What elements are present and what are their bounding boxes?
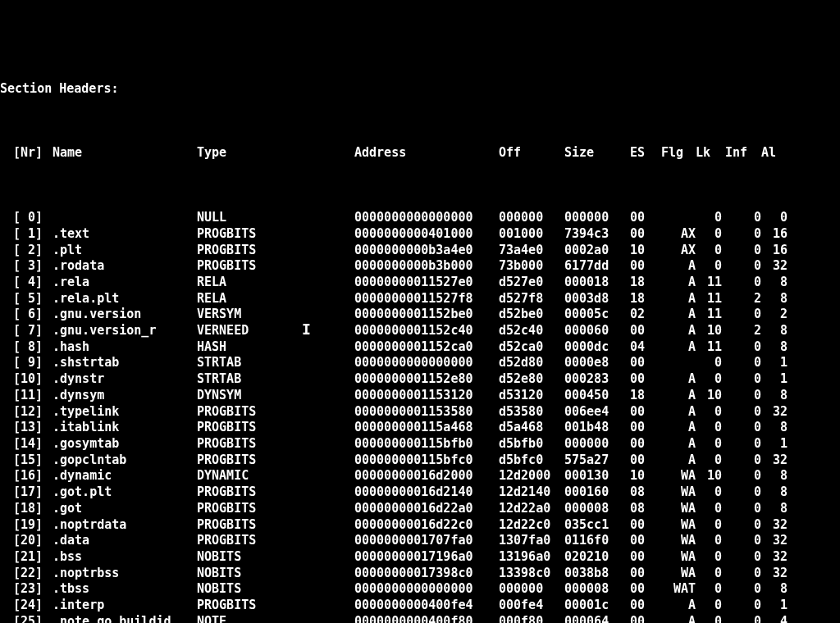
- cell-off: 000f80: [499, 614, 564, 623]
- cell-size: 00001c: [564, 598, 630, 614]
- cell-type: NOBITS: [197, 549, 354, 566]
- cell-name: .data: [52, 533, 197, 549]
- cell-lk: 0: [696, 581, 722, 598]
- cell-off: 12d2000: [499, 468, 564, 484]
- cell-size: 006ee4: [564, 404, 630, 421]
- cell-type: PROGBITS: [197, 226, 354, 243]
- cell-lk: 0: [696, 598, 722, 614]
- cell-size: 0003d8: [564, 291, 630, 307]
- cell-flg: WA: [656, 533, 696, 549]
- col-flg: Flg: [656, 145, 696, 161]
- cell-flg: A: [656, 420, 696, 436]
- cell-addr: 0000000001153580: [354, 404, 499, 421]
- cell-name: .plt: [52, 243, 197, 259]
- cell-es: 08: [630, 484, 656, 501]
- cell-inf: 0: [722, 598, 761, 614]
- cell-addr: 0000000000b3b000: [354, 258, 499, 275]
- cell-size: 0116f0: [564, 533, 630, 549]
- cell-name: .hash: [52, 339, 197, 356]
- col-type: Type: [197, 145, 354, 161]
- cell-lk: 11: [696, 339, 722, 356]
- cell-type: PROGBITS: [197, 484, 354, 501]
- cell-addr: 0000000000400f80: [354, 614, 499, 623]
- table-row: [10].dynstrSTRTAB0000000001152e80d52e800…: [0, 371, 840, 388]
- cell-size: 0000dc: [564, 339, 630, 356]
- table-row: [ 0]NULL00000000000000000000000000000000…: [0, 210, 840, 226]
- cell-addr: 00000000017398c0: [354, 566, 499, 582]
- cell-off: 000fe4: [499, 598, 564, 614]
- cell-al: 8: [761, 468, 788, 484]
- cell-al: 16: [761, 243, 788, 259]
- cell-al: 1: [761, 355, 788, 371]
- cell-inf: 0: [722, 226, 761, 243]
- terminal-output[interactable]: Section Headers: [Nr]NameTypeAddressOffS…: [0, 48, 840, 623]
- cell-lk: 10: [696, 323, 722, 339]
- cell-al: 8: [761, 275, 788, 291]
- cell-inf: 0: [722, 210, 761, 226]
- cell-nr: [22]: [13, 566, 52, 582]
- cell-nr: [23]: [13, 581, 52, 598]
- cell-lk: 10: [696, 468, 722, 484]
- cell-addr: 00000000017196a0: [354, 549, 499, 566]
- cell-addr: 0000000000000000: [354, 581, 499, 598]
- cell-addr: 000000000115bfc0: [354, 452, 499, 469]
- cell-type: NOBITS: [197, 566, 354, 582]
- cell-off: d5bfc0: [499, 452, 564, 469]
- cell-off: 73a4e0: [499, 243, 564, 259]
- table-row: [17].got.pltPROGBITS00000000016d214012d2…: [0, 484, 840, 501]
- cell-off: d53580: [499, 404, 564, 421]
- cell-name: .itablink: [52, 420, 197, 436]
- cell-es: 00: [630, 614, 656, 623]
- cell-size: 0000e8: [564, 355, 630, 371]
- cell-type: RELA: [197, 291, 354, 307]
- cell-inf: 0: [722, 501, 761, 517]
- cell-off: d527f8: [499, 291, 564, 307]
- cell-es: 00: [630, 226, 656, 243]
- cell-type: PROGBITS: [197, 598, 354, 614]
- cell-type: VERSYM: [197, 307, 354, 323]
- cell-name: .rela: [52, 275, 197, 291]
- cell-es: 00: [630, 436, 656, 452]
- cell-al: 2: [761, 307, 788, 323]
- cell-flg: AX: [656, 243, 696, 259]
- cell-addr: 0000000001152c40: [354, 323, 499, 339]
- table-row: [ 3].rodataPROGBITS0000000000b3b00073b00…: [0, 258, 840, 275]
- cell-inf: 0: [722, 275, 761, 291]
- cell-al: 1: [761, 371, 788, 388]
- cell-al: 8: [761, 323, 788, 339]
- cell-type: PROGBITS: [197, 258, 354, 275]
- cell-lk: 0: [696, 226, 722, 243]
- cell-nr: [19]: [13, 517, 52, 534]
- cell-inf: 0: [722, 307, 761, 323]
- table-row: [16].dynamicDYNAMIC00000000016d200012d20…: [0, 468, 840, 484]
- cell-lk: 0: [696, 371, 722, 388]
- cell-al: 1: [761, 598, 788, 614]
- cell-es: 00: [630, 420, 656, 436]
- cell-inf: 0: [722, 484, 761, 501]
- cell-addr: 0000000001153120: [354, 388, 499, 404]
- cell-al: 8: [761, 581, 788, 598]
- cell-flg: WA: [656, 468, 696, 484]
- cell-size: 00005c: [564, 307, 630, 323]
- cell-off: d52c40: [499, 323, 564, 339]
- cell-inf: 0: [722, 614, 761, 623]
- cell-off: d5a468: [499, 420, 564, 436]
- cell-off: d52d80: [499, 355, 564, 371]
- cell-name: .dynsym: [52, 388, 197, 404]
- cell-es: 00: [630, 258, 656, 275]
- cell-flg: A: [656, 371, 696, 388]
- cell-nr: [13]: [13, 420, 52, 436]
- table-row: [15].gopclntabPROGBITS000000000115bfc0d5…: [0, 452, 840, 469]
- cell-off: 12d2140: [499, 484, 564, 501]
- cell-es: 00: [630, 549, 656, 566]
- cell-type: VERNEED: [197, 323, 354, 339]
- table-row: [ 8].hashHASH0000000001152ca0d52ca00000d…: [0, 339, 840, 356]
- cell-nr: [ 0]: [13, 210, 52, 226]
- table-row: [14].gosymtabPROGBITS000000000115bfb0d5b…: [0, 436, 840, 452]
- cell-flg: A: [656, 404, 696, 421]
- cell-name: .got: [52, 501, 197, 517]
- cell-flg: A: [656, 614, 696, 623]
- cell-nr: [20]: [13, 533, 52, 549]
- table-row: [11].dynsymDYNSYM0000000001153120d531200…: [0, 388, 840, 404]
- cell-type: NOBITS: [197, 581, 354, 598]
